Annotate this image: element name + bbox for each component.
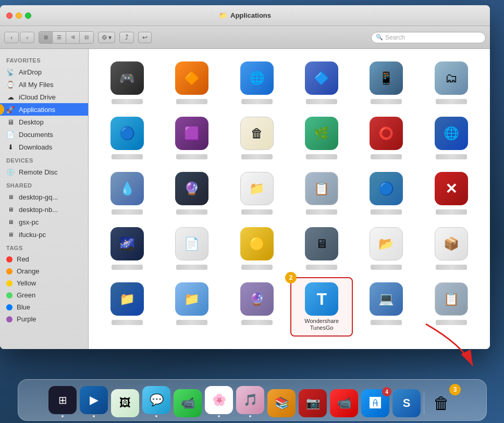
app-item-24[interactable]: 📦 [421, 223, 482, 274]
toolbar: ‹ › ⊞ ☰ ⫷ ⊟ ⚙ ▾ ⤴ ↩ 🔍 Search [0, 26, 490, 49]
dock-item-photo-booth[interactable]: 📷 [299, 389, 327, 417]
app-item-10[interactable]: 🌿 [291, 113, 352, 164]
dock-item-messages[interactable]: 💬 [142, 386, 170, 417]
app-item-2[interactable]: 🔶 [162, 57, 222, 108]
app-item-26[interactable]: 📁 [162, 278, 222, 335]
back-action-button[interactable]: ↩ [138, 32, 152, 43]
sidebar-item-airdrop[interactable]: 📡 AirDrop [0, 66, 88, 78]
app-item-tunesgo[interactable]: 2 T WondershareTunesGo [291, 278, 352, 335]
app-icon-3: 🌐 [240, 61, 274, 95]
gsx-pc-label: gsx-pc [19, 218, 39, 226]
app-item-22[interactable]: 🖥 [291, 223, 352, 274]
app-item-13[interactable]: 💧 [97, 168, 157, 219]
app-item-16[interactable]: 📋 [291, 168, 352, 219]
sidebar-item-tag-orange[interactable]: Orange [0, 265, 88, 277]
close-button[interactable] [6, 13, 13, 19]
app-name-27 [241, 320, 273, 325]
app-item-20[interactable]: 📄 [162, 223, 222, 274]
sidebar-item-desktop-gq[interactable]: 🖥 desktop-gq... [0, 191, 88, 203]
app-icon-7: 🔵 [110, 117, 144, 150]
sidebar-item-all-my-files[interactable]: ⌚ All My Files [0, 78, 88, 91]
sidebar-item-tag-blue[interactable]: Blue [0, 301, 88, 313]
all-my-files-icon: ⌚ [6, 80, 15, 89]
sidebar-item-tag-purple[interactable]: Purple [0, 313, 88, 325]
photo-booth-icon: 📷 [299, 389, 327, 417]
app-item-14[interactable]: 🔮 [162, 168, 222, 219]
sidebar-item-desktop-nb[interactable]: 🖥 desktop-nb... [0, 203, 88, 216]
file-grid: 🎮 🔶 🌐 🔷 📱 🗂 [89, 49, 490, 349]
app-item-12[interactable]: 🌐 [421, 113, 482, 164]
sidebar-item-remote-disc[interactable]: 💿 Remote Disc [0, 166, 88, 178]
tag-orange-dot [6, 268, 13, 275]
sidebar-item-gsx-pc[interactable]: 🖥 gsx-pc [0, 216, 88, 228]
sketchup-icon: S [392, 389, 421, 417]
dock-item-quicktime[interactable]: ▶ [80, 386, 108, 417]
app-item-6[interactable]: 🗂 [421, 57, 482, 108]
dock-item-preview[interactable]: 🖼 [111, 389, 139, 417]
sidebar-item-downloads[interactable]: ⬇ Downloads [0, 141, 88, 153]
column-view-button[interactable]: ⫷ [66, 32, 80, 43]
app-item-25[interactable]: 📁 [97, 278, 157, 335]
app-store-badge: 4 [382, 387, 391, 396]
app-name-24 [436, 265, 467, 270]
app-item-15[interactable]: 📁 [227, 168, 287, 219]
title-folder-icon: 📁 [219, 11, 227, 19]
app-item-27[interactable]: 🔮 [227, 278, 287, 335]
app-item-11[interactable]: ⭕ [356, 113, 416, 164]
nav-buttons: ‹ › [4, 32, 34, 43]
dock-item-trash[interactable]: 3 🗑 [427, 389, 456, 417]
back-button[interactable]: ‹ [4, 32, 19, 43]
icon-view-button[interactable]: ⊞ [39, 32, 53, 43]
tag-green-dot [6, 292, 13, 298]
app-icon-8: 🟪 [175, 117, 208, 150]
app-name-26 [176, 320, 207, 325]
app-item-7[interactable]: 🔵 [97, 113, 157, 164]
dock-item-itunes[interactable]: 🎵 [236, 386, 264, 417]
arrange-button[interactable]: ⚙ ▾ [98, 32, 115, 43]
sidebar-item-icloud-drive[interactable]: ☁ iCloud Drive [0, 91, 88, 103]
maximize-button[interactable] [25, 13, 31, 19]
dock-item-ibooks[interactable]: 📚 [267, 389, 296, 417]
app-item-19[interactable]: 🌌 [97, 223, 157, 274]
cover-view-button[interactable]: ⊟ [80, 32, 93, 43]
app-item-1[interactable]: 🎮 [97, 57, 157, 108]
share-button[interactable]: ⤴ [119, 32, 134, 43]
app-item-4[interactable]: 🔷 [291, 57, 352, 108]
sidebar-item-tag-yellow[interactable]: Yellow [0, 277, 88, 289]
app-item-3[interactable]: 🌐 [227, 57, 287, 108]
app-item-8[interactable]: 🟪 [162, 113, 222, 164]
dock-item-facetime-red[interactable]: 📹 [330, 389, 358, 417]
dock-item-sketchup[interactable]: S [392, 389, 421, 417]
sidebar-item-desktop[interactable]: 🖥 Desktop [0, 116, 88, 128]
sidebar-item-documents[interactable]: 📄 Documents [0, 128, 88, 141]
sidebar-item-ifucku-pc[interactable]: 🖥 ifucku-pc [0, 228, 88, 241]
app-icon-10: 🌿 [305, 117, 338, 150]
minimize-button[interactable] [16, 13, 22, 19]
app-item-23[interactable]: 📂 [356, 223, 416, 274]
search-input[interactable]: Search [385, 34, 405, 41]
dock-item-photos[interactable]: 🌸 [205, 386, 233, 417]
app-name-2 [176, 99, 207, 104]
dock-item-facetime[interactable]: 📹 [174, 389, 202, 417]
search-box[interactable]: 🔍 Search [371, 32, 486, 43]
app-item-5[interactable]: 📱 [356, 57, 416, 108]
dock-item-app-store[interactable]: 🅰 4 [361, 389, 389, 417]
app-item-21[interactable]: 🟡 [227, 223, 287, 274]
tag-red-label: Red [17, 255, 29, 263]
desktop-label: Desktop [19, 118, 44, 126]
app-name-23 [371, 265, 402, 270]
app-item-9[interactable]: 🗑 [227, 113, 287, 164]
dock-dot-quicktime [93, 415, 95, 417]
sidebar-item-tag-red[interactable]: Red [0, 253, 88, 265]
sidebar-item-tag-green[interactable]: Green [0, 289, 88, 301]
app-item-17[interactable]: 🔵 [356, 168, 416, 219]
dock-item-mission-control[interactable]: ⊞ [48, 386, 77, 417]
finder-window: 📁 Applications ‹ › ⊞ ☰ ⫷ ⊟ ⚙ ▾ ⤴ ↩ 🔍 Sea… [0, 5, 490, 349]
app-icon-20: 📄 [175, 227, 208, 260]
app-icon-21: 🟡 [240, 227, 274, 260]
app-icon-22: 🖥 [305, 227, 338, 260]
app-item-18[interactable]: ✕ [421, 168, 482, 219]
sidebar-item-applications[interactable]: 🚀 Applications 1 [0, 103, 88, 116]
list-view-button[interactable]: ☰ [53, 32, 66, 43]
forward-button[interactable]: › [20, 32, 34, 43]
